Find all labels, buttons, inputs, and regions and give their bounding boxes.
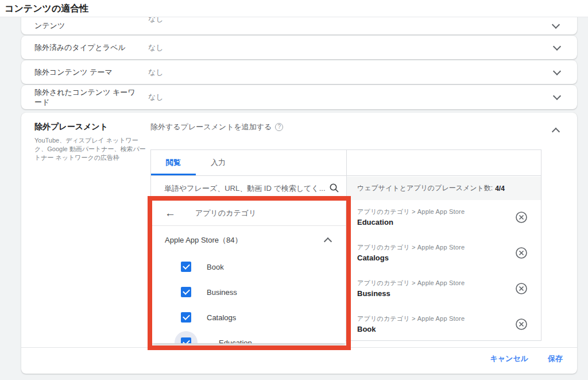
- remove-icon[interactable]: [514, 246, 528, 260]
- selected-placements-header: ウェブサイトとアプリのプレースメント数: 4/4: [347, 176, 541, 200]
- category-option-label: Education: [219, 339, 252, 344]
- add-placements-row: 除外するプレースメントを追加する ?: [150, 122, 283, 132]
- row-excluded-content-keywords[interactable]: 除外されたコンテンツ キーワード なし: [21, 85, 577, 109]
- checkbox-checked-icon[interactable]: [181, 312, 191, 323]
- chevron-down-icon[interactable]: [552, 21, 560, 29]
- row-label: ンテンツ: [34, 21, 148, 30]
- app-category-dropdown: ← アプリのカテゴリ Apple App Store（84） Book Busi…: [152, 201, 346, 343]
- selected-item-name: Catalogs: [357, 254, 541, 262]
- remove-icon[interactable]: [514, 210, 528, 224]
- page-header: コンテンツの適合性: [0, 0, 588, 17]
- selected-item-path: アプリのカテゴリ > Apple App Store: [357, 314, 541, 323]
- selected-item-path: アプリのカテゴリ > Apple App Store: [357, 208, 541, 216]
- checkbox-checked-icon[interactable]: [181, 287, 191, 297]
- selected-item: アプリのカテゴリ > Apple App Store Business: [347, 271, 541, 307]
- row-label: 除外されたコンテンツ キーワード: [34, 87, 148, 107]
- chevron-down-icon[interactable]: [553, 67, 561, 75]
- selected-item-name: Business: [357, 289, 541, 298]
- save-button[interactable]: 保存: [548, 354, 563, 364]
- row-label: 除外済みのタイプとラベル: [34, 43, 148, 52]
- tab-enter[interactable]: 入力: [196, 150, 241, 175]
- checkbox-checked-icon[interactable]: [181, 337, 191, 343]
- help-icon[interactable]: ?: [275, 123, 283, 131]
- selected-item: アプリのカテゴリ > Apple App Store Education: [347, 200, 541, 236]
- category-option-label: Business: [207, 288, 237, 297]
- selected-item-name: Education: [357, 218, 541, 227]
- search-icon[interactable]: [329, 183, 339, 193]
- footer-divider: [21, 347, 577, 348]
- dropdown-header: ← アプリのカテゴリ: [152, 201, 346, 226]
- category-option-label: Catalogs: [207, 313, 236, 322]
- category-option-catalogs[interactable]: Catalogs: [152, 305, 346, 330]
- section-title: 除外プレースメント: [34, 122, 108, 132]
- dropdown-title: アプリのカテゴリ: [195, 208, 256, 218]
- excluded-placements-card: 除外プレースメント YouTube、ディスプレイ ネットワーク、Google 動…: [21, 113, 577, 374]
- page-title: コンテンツの適合性: [5, 3, 88, 15]
- chevron-down-icon[interactable]: [553, 42, 561, 50]
- selected-item: アプリのカテゴリ > Apple App Store Book: [347, 307, 541, 343]
- row-value: なし: [148, 92, 554, 102]
- row-label: 除外コンテンツ テーマ: [34, 67, 148, 77]
- tab-bar: 閲覧 入力: [151, 150, 541, 176]
- chevron-down-icon[interactable]: [553, 92, 561, 100]
- category-option-label: Book: [207, 263, 224, 271]
- selected-item-name: Book: [357, 325, 541, 333]
- row-value: なし: [148, 43, 554, 53]
- checkbox-focus-ripple: [175, 331, 198, 343]
- remove-icon[interactable]: [514, 282, 528, 295]
- chevron-up-icon[interactable]: [552, 128, 560, 136]
- tab-browse[interactable]: 閲覧: [151, 150, 196, 175]
- selected-item-path: アプリのカテゴリ > Apple App Store: [357, 243, 541, 252]
- section-description: YouTube、ディスプレイ ネットワーク、Google 動画パートナー、検索パ…: [34, 136, 149, 162]
- placement-search-input[interactable]: [164, 184, 329, 193]
- remove-icon[interactable]: [514, 317, 528, 331]
- selected-count: 4/4: [495, 185, 505, 193]
- cancel-button[interactable]: キャンセル: [490, 354, 528, 364]
- checkbox-checked-icon[interactable]: [181, 262, 191, 272]
- row-excluded-types-labels[interactable]: 除外済みのタイプとラベル なし: [21, 36, 577, 59]
- selected-header-label: ウェブサイトとアプリのプレースメント数:: [357, 183, 493, 193]
- category-option-business[interactable]: Business: [152, 279, 346, 305]
- placement-search-row: [151, 176, 346, 200]
- selected-item: アプリのカテゴリ > Apple App Store Catalogs: [347, 236, 541, 271]
- category-option-book[interactable]: Book: [152, 254, 346, 279]
- row-value: なし: [148, 67, 554, 78]
- row-excluded-content-themes[interactable]: 除外コンテンツ テーマ なし: [21, 60, 577, 84]
- category-group-row[interactable]: Apple App Store（84）: [152, 226, 346, 254]
- selected-item-path: アプリのカテゴリ > Apple App Store: [357, 279, 541, 287]
- back-arrow-icon[interactable]: ←: [165, 208, 176, 218]
- chevron-up-icon[interactable]: [324, 237, 332, 245]
- content-suitability-page: ンテンツ なし 除外済みのタイプとラベル なし 除外コンテンツ テーマ なし 除…: [0, 0, 588, 380]
- category-group-label: Apple App Store（84）: [165, 235, 325, 245]
- category-option-education[interactable]: Education: [152, 330, 346, 343]
- add-placements-label: 除外するプレースメントを追加する: [150, 122, 272, 132]
- footer-actions: キャンセル 保存: [490, 354, 563, 364]
- selected-placements-list: アプリのカテゴリ > Apple App Store Education アプリ…: [347, 200, 541, 340]
